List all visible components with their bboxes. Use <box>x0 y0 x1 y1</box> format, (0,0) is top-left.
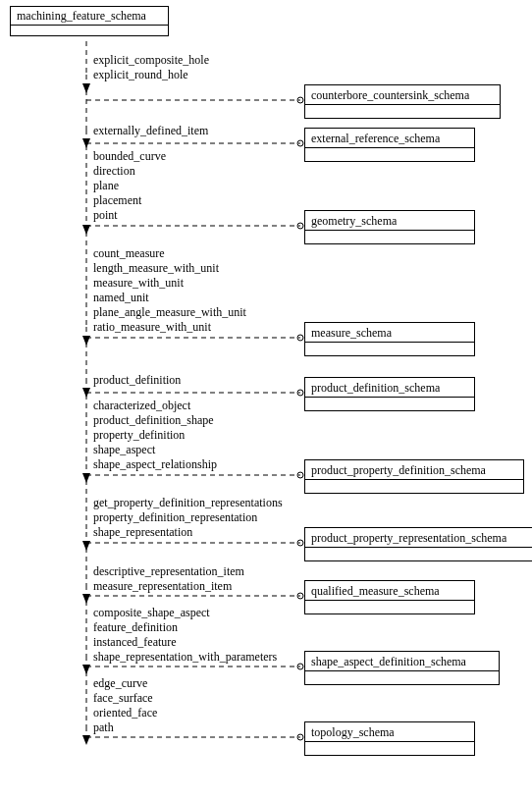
reference-label: explicit_composite_hole <box>93 53 209 68</box>
svg-point-7 <box>297 140 303 146</box>
reference-labels: externally_defined_item <box>93 124 208 138</box>
reference-label: edge_curve <box>93 676 157 691</box>
target-schema-box: qualified_measure_schema <box>304 580 475 614</box>
reference-labels: composite_shape_aspectfeature_definition… <box>93 606 277 665</box>
target-schema-box: shape_aspect_definition_schema <box>304 651 500 685</box>
reference-label: shape_aspect_relationship <box>93 457 217 472</box>
reference-label: count_measure <box>93 246 246 261</box>
target-schema-box: external_reference_schema <box>304 128 475 162</box>
target-schema-box: product_definition_schema <box>304 377 475 411</box>
target-schema-title: external_reference_schema <box>305 129 474 148</box>
reference-label: property_definition_representation <box>93 510 283 525</box>
reference-label: point <box>93 208 166 223</box>
reference-label: get_property_definition_representations <box>93 496 283 510</box>
reference-labels: product_definition <box>93 373 181 388</box>
reference-labels: bounded_curvedirectionplaneplacementpoin… <box>93 149 166 223</box>
reference-label: composite_shape_aspect <box>93 606 277 620</box>
reference-label: shape_representation_with_parameters <box>93 650 277 665</box>
reference-label: direction <box>93 164 166 179</box>
svg-point-3 <box>297 97 303 103</box>
source-schema-box: machining_feature_schema <box>10 6 169 36</box>
svg-point-39 <box>297 734 303 740</box>
target-schema-title: topology_schema <box>305 722 474 742</box>
target-schema-body <box>311 106 494 115</box>
reference-label: instanced_feature <box>93 635 277 650</box>
target-schema-box: product_property_definition_schema <box>304 459 524 494</box>
reference-label: externally_defined_item <box>93 124 208 138</box>
reference-label: plane_angle_measure_with_unit <box>93 305 246 320</box>
reference-label: product_definition_shape <box>93 413 217 428</box>
target-schema-box: topology_schema <box>304 721 475 756</box>
reference-label: named_unit <box>93 291 246 305</box>
reference-label: length_measure_with_unit <box>93 261 246 276</box>
reference-label: feature_definition <box>93 620 277 635</box>
target-schema-title: measure_schema <box>305 323 474 343</box>
target-schema-title: counterbore_countersink_schema <box>305 85 500 105</box>
target-schema-body <box>311 232 468 240</box>
reference-labels: count_measurelength_measure_with_unitmea… <box>93 246 246 335</box>
target-schema-body <box>311 602 468 611</box>
target-schema-title: product_property_representation_schema <box>305 528 532 548</box>
reference-label: ratio_measure_with_unit <box>93 320 246 335</box>
target-schema-body <box>311 399 468 407</box>
reference-labels: characterized_objectproduct_definition_s… <box>93 399 217 472</box>
reference-label: explicit_round_hole <box>93 68 209 82</box>
reference-labels: descriptive_representation_itemmeasure_r… <box>93 564 244 594</box>
svg-point-19 <box>297 390 303 396</box>
reference-label: face_surface <box>93 691 157 706</box>
target-schema-box: geometry_schema <box>304 210 475 244</box>
reference-label: shape_aspect <box>93 443 217 457</box>
target-schema-box: measure_schema <box>304 322 475 356</box>
reference-label: measure_with_unit <box>93 276 246 291</box>
reference-label: path <box>93 720 157 735</box>
source-schema-title: machining_feature_schema <box>11 7 168 26</box>
target-schema-title: product_property_definition_schema <box>305 460 523 480</box>
target-schema-body <box>311 672 493 681</box>
reference-label: plane <box>93 179 166 193</box>
target-schema-box: counterbore_countersink_schema <box>304 84 501 119</box>
target-schema-body <box>311 549 532 558</box>
target-schema-body <box>311 149 468 158</box>
target-schema-body <box>311 481 517 490</box>
svg-point-27 <box>297 540 303 546</box>
reference-labels: explicit_composite_holeexplicit_round_ho… <box>93 53 209 82</box>
target-schema-body <box>311 743 468 752</box>
reference-label: placement <box>93 193 166 208</box>
target-schema-box: product_property_representation_schema <box>304 527 532 561</box>
svg-point-23 <box>297 472 303 478</box>
svg-point-31 <box>297 593 303 599</box>
reference-label: descriptive_representation_item <box>93 564 244 579</box>
reference-label: property_definition <box>93 428 217 443</box>
reference-label: characterized_object <box>93 399 217 413</box>
svg-point-35 <box>297 664 303 669</box>
reference-label: bounded_curve <box>93 149 166 164</box>
reference-label: measure_representation_item <box>93 579 244 594</box>
target-schema-title: geometry_schema <box>305 211 474 231</box>
target-schema-title: qualified_measure_schema <box>305 581 474 601</box>
reference-label: shape_representation <box>93 525 283 540</box>
reference-label: product_definition <box>93 373 181 388</box>
reference-labels: edge_curveface_surfaceoriented_facepath <box>93 676 157 735</box>
target-schema-title: product_definition_schema <box>305 378 474 398</box>
svg-point-15 <box>297 335 303 341</box>
svg-point-11 <box>297 223 303 229</box>
reference-labels: get_property_definition_representationsp… <box>93 496 283 540</box>
target-schema-title: shape_aspect_definition_schema <box>305 652 499 671</box>
reference-label: oriented_face <box>93 706 157 720</box>
target-schema-body <box>311 344 468 352</box>
source-schema-body <box>11 26 168 35</box>
